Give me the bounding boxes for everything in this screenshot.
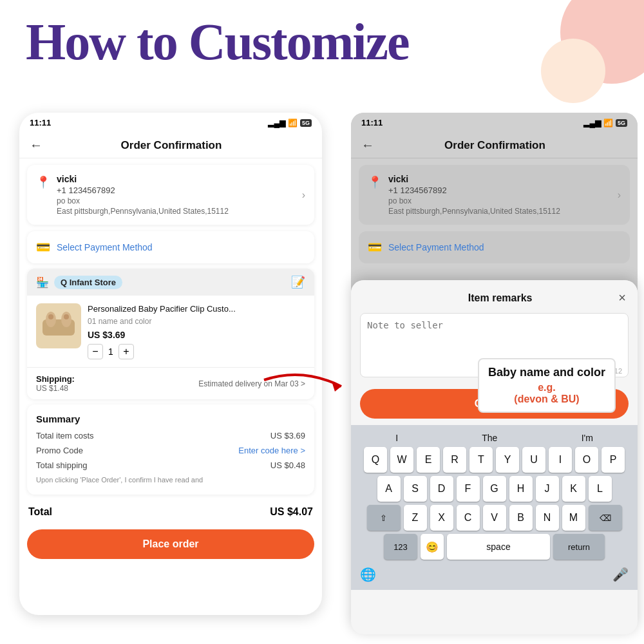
qty-decrease[interactable]: − — [88, 344, 103, 359]
right-status-bar: 11:11 ▂▄▆ 📶 5G — [351, 113, 638, 133]
key-z[interactable]: Z — [404, 505, 427, 531]
key-h[interactable]: H — [509, 476, 533, 502]
right-address-card[interactable]: 📍 vicki +1 1234567892 po box East pittsb… — [359, 165, 630, 225]
key-p[interactable]: P — [601, 447, 625, 473]
key-emoji[interactable]: 😊 — [421, 534, 444, 560]
key-s[interactable]: S — [404, 476, 427, 502]
key-f[interactable]: F — [457, 476, 480, 502]
key-n[interactable]: N — [536, 505, 559, 531]
left-status-icons: ▂▄▆ 📶 5G — [268, 118, 312, 128]
address-chevron: › — [302, 189, 305, 201]
right-payment-row[interactable]: 💳 Select Payment Method — [359, 231, 630, 263]
key-l[interactable]: L — [589, 476, 612, 502]
summary-section: Summary Total item costs US $3.69 Promo … — [27, 404, 314, 494]
suggestion-1[interactable]: I — [395, 433, 398, 443]
wifi-icon: 📶 — [288, 118, 298, 128]
item-remarks-popup: Item remarks × Baby name and color e.g. … — [351, 280, 638, 634]
payment-icon: 💳 — [36, 240, 50, 254]
right-status-icons: ▂▄▆ 📶 5G — [583, 118, 627, 128]
address-phone: +1 1234567892 — [57, 185, 296, 195]
key-return[interactable]: return — [553, 534, 605, 560]
key-123[interactable]: 123 — [384, 534, 417, 560]
right-back-button[interactable]: ← — [361, 138, 374, 153]
key-o[interactable]: O — [575, 447, 598, 473]
summary-promo[interactable]: Promo Code Enter code here > — [36, 446, 305, 455]
total-shipping-value: US $0.48 — [270, 460, 305, 470]
mic-icon[interactable]: 🎤 — [612, 567, 629, 582]
key-e[interactable]: E — [417, 447, 440, 473]
key-delete[interactable]: ⌫ — [589, 505, 622, 531]
arrow-annotation — [251, 361, 367, 399]
key-b[interactable]: B — [509, 505, 533, 531]
total-shipping-label: Total shipping — [36, 460, 88, 470]
summary-disclaimer: Upon clicking 'Place Order', I confirm I… — [36, 475, 305, 485]
total-row: Total US $4.07 — [19, 500, 322, 524]
key-u[interactable]: U — [522, 447, 545, 473]
right-address-line2: East pittsburgh,Pennsylvania,United Stat… — [388, 207, 611, 216]
key-i[interactable]: I — [549, 447, 572, 473]
key-x[interactable]: X — [430, 505, 453, 531]
product-image — [36, 303, 81, 348]
key-k[interactable]: K — [562, 476, 585, 502]
left-payment-label: Select Payment Method — [57, 242, 153, 252]
key-d[interactable]: D — [430, 476, 453, 502]
note-icon[interactable]: 📝 — [291, 275, 305, 289]
product-price: US $3.69 — [88, 330, 305, 340]
left-address-card[interactable]: 📍 vicki +1 1234567892 po box East pittsb… — [27, 165, 314, 225]
key-c[interactable]: C — [457, 505, 480, 531]
shipping-cost: US $1.48 — [36, 384, 75, 393]
key-shift[interactable]: ⇧ — [367, 505, 401, 531]
key-y[interactable]: Y — [496, 447, 519, 473]
product-details: Personalized Baby Pacifier Clip Custo...… — [88, 303, 305, 359]
note-area-wrapper: Baby name and color e.g. (devon & BU) 0/… — [360, 313, 629, 380]
left-time: 11:11 — [30, 118, 51, 128]
left-payment-row[interactable]: 💳 Select Payment Method — [27, 231, 314, 263]
annotation-main: Baby name and color — [488, 366, 605, 379]
summary-title: Summary — [36, 413, 305, 424]
left-nav-title: Order Confirmation — [50, 139, 292, 152]
suggestion-3[interactable]: I'm — [582, 433, 593, 443]
left-status-bar: 11:11 ▂▄▆ 📶 5G — [19, 113, 322, 133]
right-location-icon: 📍 — [368, 175, 382, 189]
suggestion-2[interactable]: The — [482, 433, 497, 443]
promo-value[interactable]: Enter code here > — [238, 446, 305, 455]
keyboard-row-2: A S D F G H J K L — [354, 476, 635, 502]
right-5g-badge: 5G — [616, 119, 627, 127]
key-r[interactable]: R — [443, 447, 466, 473]
location-icon: 📍 — [36, 175, 50, 189]
popup-close-button[interactable]: × — [618, 290, 626, 305]
key-a[interactable]: A — [377, 476, 401, 502]
qty-control: − 1 + — [88, 344, 305, 359]
right-address-chevron: › — [618, 189, 621, 201]
key-m[interactable]: M — [562, 505, 585, 531]
left-back-button[interactable]: ← — [30, 138, 43, 153]
total-label: Total — [28, 506, 52, 518]
key-v[interactable]: V — [483, 505, 506, 531]
bg-circle-peach — [541, 39, 605, 103]
right-payment-icon: 💳 — [368, 240, 382, 254]
keyboard-row-3: ⇧ Z X C V B N M ⌫ — [354, 505, 635, 531]
globe-icon[interactable]: 🌐 — [360, 567, 376, 582]
store-left: 🏪 Q Infant Store — [36, 276, 122, 289]
key-space[interactable]: space — [447, 534, 550, 560]
promo-label: Promo Code — [36, 446, 83, 455]
annotation-eg: e.g. (devon & BU) — [488, 382, 605, 405]
right-nav-title: Order Confirmation — [382, 139, 608, 152]
right-time: 11:11 — [361, 118, 383, 128]
svg-point-4 — [64, 314, 69, 319]
qty-increase[interactable]: + — [118, 344, 134, 359]
product-row: Personalized Baby Pacifier Clip Custo...… — [27, 296, 314, 367]
summary-item-cost: Total item costs US $3.69 — [36, 431, 305, 440]
key-w[interactable]: W — [390, 447, 413, 473]
right-address-line1: po box — [388, 196, 611, 205]
right-wifi-icon: 📶 — [603, 118, 613, 128]
store-name: Q Infant Store — [54, 276, 122, 289]
key-q[interactable]: Q — [364, 447, 387, 473]
right-address-info: vicki +1 1234567892 po box East pittsbur… — [388, 174, 611, 216]
keyboard-bottom: 🌐 🎤 — [354, 563, 635, 586]
key-j[interactable]: J — [536, 476, 559, 502]
key-g[interactable]: G — [483, 476, 506, 502]
key-t[interactable]: T — [469, 447, 493, 473]
popup-header: Item remarks × — [351, 280, 638, 313]
place-order-button[interactable]: Place order — [27, 529, 314, 559]
